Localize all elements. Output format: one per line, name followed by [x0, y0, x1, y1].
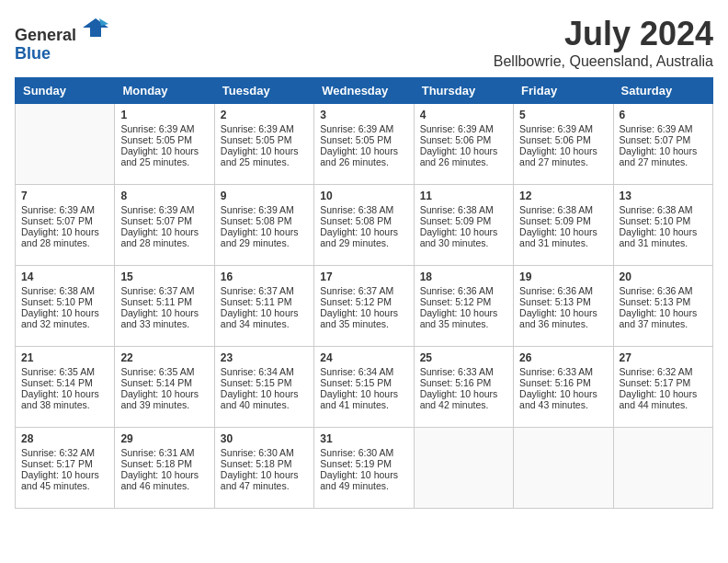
calendar-cell: 23Sunrise: 6:34 AMSunset: 5:15 PMDayligh… [214, 347, 313, 428]
logo-general-text: General [15, 26, 76, 44]
day-number: 15 [120, 270, 208, 283]
calendar-cell: 21Sunrise: 6:35 AMSunset: 5:14 PMDayligh… [16, 347, 115, 428]
column-header-tuesday: Tuesday [214, 78, 313, 104]
calendar-cell [16, 104, 115, 185]
calendar-table: SundayMondayTuesdayWednesdayThursdayFrid… [15, 77, 713, 509]
cell-sun-info: Sunrise: 6:30 AMSunset: 5:19 PMDaylight:… [320, 447, 398, 491]
calendar-cell: 12Sunrise: 6:38 AMSunset: 5:09 PMDayligh… [514, 185, 613, 266]
cell-sun-info: Sunrise: 6:33 AMSunset: 5:16 PMDaylight:… [519, 366, 597, 410]
column-header-thursday: Thursday [414, 78, 513, 104]
cell-sun-info: Sunrise: 6:37 AMSunset: 5:12 PMDaylight:… [320, 285, 398, 329]
day-number: 8 [120, 190, 208, 202]
calendar-cell: 15Sunrise: 6:37 AMSunset: 5:11 PMDayligh… [115, 266, 214, 347]
cell-sun-info: Sunrise: 6:36 AMSunset: 5:12 PMDaylight:… [420, 285, 498, 329]
day-number: 12 [519, 190, 607, 202]
column-header-friday: Friday [514, 78, 613, 104]
calendar-cell: 11Sunrise: 6:38 AMSunset: 5:09 PMDayligh… [414, 185, 513, 266]
column-header-saturday: Saturday [613, 78, 712, 104]
logo: General Blue [15, 15, 108, 63]
calendar-cell: 4Sunrise: 6:39 AMSunset: 5:06 PMDaylight… [414, 104, 513, 185]
cell-sun-info: Sunrise: 6:31 AMSunset: 5:18 PMDaylight:… [120, 447, 199, 491]
day-number: 5 [519, 109, 607, 121]
cell-sun-info: Sunrise: 6:39 AMSunset: 5:05 PMDaylight:… [221, 123, 299, 167]
day-number: 9 [221, 190, 308, 202]
cell-sun-info: Sunrise: 6:33 AMSunset: 5:16 PMDaylight:… [420, 366, 498, 410]
column-header-sunday: Sunday [16, 78, 115, 104]
day-number: 17 [320, 270, 407, 283]
column-header-wednesday: Wednesday [314, 78, 414, 104]
day-number: 4 [420, 109, 507, 121]
logo-bird-icon [83, 15, 108, 40]
cell-sun-info: Sunrise: 6:39 AMSunset: 5:05 PMDaylight:… [320, 123, 398, 167]
calendar-cell: 1Sunrise: 6:39 AMSunset: 5:05 PMDaylight… [115, 104, 214, 185]
calendar-cell: 25Sunrise: 6:33 AMSunset: 5:16 PMDayligh… [414, 347, 513, 428]
calendar-cell: 28Sunrise: 6:32 AMSunset: 5:17 PMDayligh… [16, 428, 115, 509]
week-row-4: 21Sunrise: 6:35 AMSunset: 5:14 PMDayligh… [16, 347, 713, 428]
calendar-cell: 17Sunrise: 6:37 AMSunset: 5:12 PMDayligh… [314, 266, 414, 347]
logo-blue-text: Blue [15, 44, 51, 63]
calendar-cell: 31Sunrise: 6:30 AMSunset: 5:19 PMDayligh… [314, 428, 414, 509]
day-number: 7 [21, 190, 108, 202]
day-number: 6 [620, 109, 707, 121]
cell-sun-info: Sunrise: 6:38 AMSunset: 5:09 PMDaylight:… [519, 204, 597, 248]
calendar-cell: 30Sunrise: 6:30 AMSunset: 5:18 PMDayligh… [214, 428, 313, 509]
day-number: 13 [620, 190, 707, 202]
cell-sun-info: Sunrise: 6:39 AMSunset: 5:07 PMDaylight:… [620, 123, 698, 167]
day-number: 30 [221, 432, 308, 445]
day-number: 28 [21, 432, 108, 445]
cell-sun-info: Sunrise: 6:39 AMSunset: 5:07 PMDaylight:… [21, 204, 99, 248]
cell-sun-info: Sunrise: 6:38 AMSunset: 5:09 PMDaylight:… [420, 204, 498, 248]
cell-sun-info: Sunrise: 6:39 AMSunset: 5:06 PMDaylight:… [519, 123, 597, 167]
cell-sun-info: Sunrise: 6:39 AMSunset: 5:07 PMDaylight:… [120, 204, 199, 248]
column-header-monday: Monday [115, 78, 214, 104]
cell-sun-info: Sunrise: 6:30 AMSunset: 5:18 PMDaylight:… [221, 447, 299, 491]
cell-sun-info: Sunrise: 6:39 AMSunset: 5:05 PMDaylight:… [120, 123, 199, 167]
day-number: 10 [320, 190, 407, 202]
day-number: 2 [221, 109, 308, 121]
calendar-cell: 27Sunrise: 6:32 AMSunset: 5:17 PMDayligh… [613, 347, 712, 428]
day-number: 23 [221, 351, 308, 364]
day-number: 24 [320, 351, 407, 364]
calendar-cell: 7Sunrise: 6:39 AMSunset: 5:07 PMDaylight… [16, 185, 115, 266]
calendar-cell: 9Sunrise: 6:39 AMSunset: 5:08 PMDaylight… [214, 185, 313, 266]
calendar-cell: 18Sunrise: 6:36 AMSunset: 5:12 PMDayligh… [414, 266, 513, 347]
calendar-cell: 2Sunrise: 6:39 AMSunset: 5:05 PMDaylight… [214, 104, 313, 185]
svg-marker-0 [83, 18, 108, 37]
calendar-cell: 10Sunrise: 6:38 AMSunset: 5:08 PMDayligh… [314, 185, 414, 266]
day-number: 22 [120, 351, 208, 364]
day-number: 19 [519, 270, 607, 283]
day-number: 1 [120, 109, 208, 121]
cell-sun-info: Sunrise: 6:38 AMSunset: 5:08 PMDaylight:… [320, 204, 398, 248]
cell-sun-info: Sunrise: 6:34 AMSunset: 5:15 PMDaylight:… [320, 366, 398, 410]
calendar-cell: 8Sunrise: 6:39 AMSunset: 5:07 PMDaylight… [115, 185, 214, 266]
week-row-5: 28Sunrise: 6:32 AMSunset: 5:17 PMDayligh… [16, 428, 713, 509]
cell-sun-info: Sunrise: 6:39 AMSunset: 5:06 PMDaylight:… [420, 123, 498, 167]
calendar-cell [414, 428, 513, 509]
cell-sun-info: Sunrise: 6:38 AMSunset: 5:10 PMDaylight:… [620, 204, 698, 248]
day-number: 26 [519, 351, 607, 364]
week-row-1: 1Sunrise: 6:39 AMSunset: 5:05 PMDaylight… [16, 104, 713, 185]
day-number: 3 [320, 109, 407, 121]
cell-sun-info: Sunrise: 6:36 AMSunset: 5:13 PMDaylight:… [519, 285, 597, 329]
week-row-2: 7Sunrise: 6:39 AMSunset: 5:07 PMDaylight… [16, 185, 713, 266]
day-number: 29 [120, 432, 208, 445]
calendar-cell: 24Sunrise: 6:34 AMSunset: 5:15 PMDayligh… [314, 347, 414, 428]
cell-sun-info: Sunrise: 6:37 AMSunset: 5:11 PMDaylight:… [221, 285, 299, 329]
header: General Blue July 2024 Bellbowrie, Queen… [15, 15, 713, 70]
calendar-cell: 22Sunrise: 6:35 AMSunset: 5:14 PMDayligh… [115, 347, 214, 428]
calendar-cell [514, 428, 613, 509]
calendar-header-row: SundayMondayTuesdayWednesdayThursdayFrid… [16, 78, 713, 104]
day-number: 18 [420, 270, 507, 283]
calendar-cell: 26Sunrise: 6:33 AMSunset: 5:16 PMDayligh… [514, 347, 613, 428]
day-number: 11 [420, 190, 507, 202]
cell-sun-info: Sunrise: 6:35 AMSunset: 5:14 PMDaylight:… [21, 366, 99, 410]
calendar-cell: 14Sunrise: 6:38 AMSunset: 5:10 PMDayligh… [16, 266, 115, 347]
cell-sun-info: Sunrise: 6:35 AMSunset: 5:14 PMDaylight:… [120, 366, 199, 410]
calendar-cell: 3Sunrise: 6:39 AMSunset: 5:05 PMDaylight… [314, 104, 414, 185]
main-title: July 2024 [494, 15, 713, 53]
calendar-cell: 16Sunrise: 6:37 AMSunset: 5:11 PMDayligh… [214, 266, 313, 347]
day-number: 16 [221, 270, 308, 283]
week-row-3: 14Sunrise: 6:38 AMSunset: 5:10 PMDayligh… [16, 266, 713, 347]
day-number: 31 [320, 432, 407, 445]
cell-sun-info: Sunrise: 6:34 AMSunset: 5:15 PMDaylight:… [221, 366, 299, 410]
